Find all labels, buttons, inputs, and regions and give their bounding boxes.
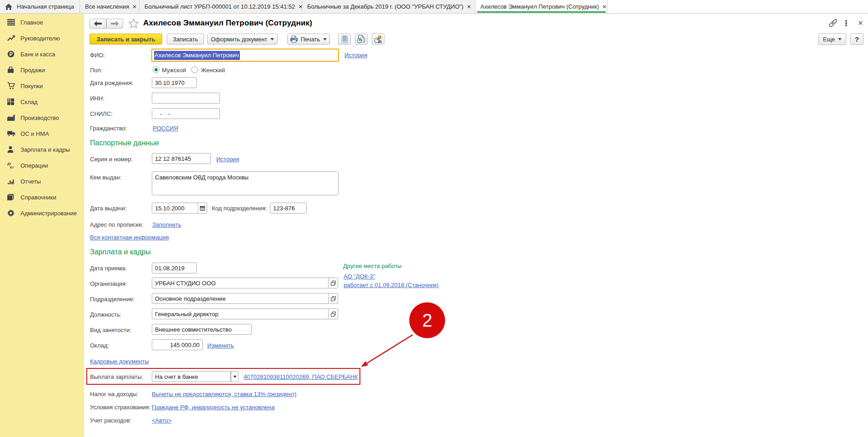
svg-text:2: 2: [422, 310, 432, 330]
svg-text:Кт: Кт: [10, 165, 14, 169]
